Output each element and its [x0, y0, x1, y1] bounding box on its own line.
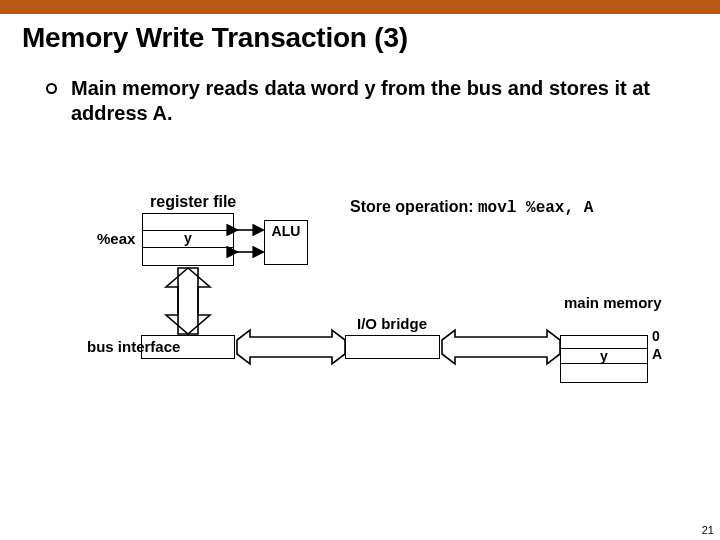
bullet-text: Main memory reads data word y from the b…	[71, 76, 680, 126]
page-number: 21	[702, 524, 714, 536]
bullet-marker-icon	[46, 83, 57, 94]
bullet-list: Main memory reads data word y from the b…	[0, 54, 720, 126]
diagram-arrows	[0, 180, 720, 390]
bullet-item: Main memory reads data word y from the b…	[40, 76, 680, 126]
accent-bar	[0, 0, 720, 14]
slide-title: Memory Write Transaction (3)	[0, 14, 720, 54]
diagram: register file y %eax ALU Store operation…	[0, 180, 720, 390]
